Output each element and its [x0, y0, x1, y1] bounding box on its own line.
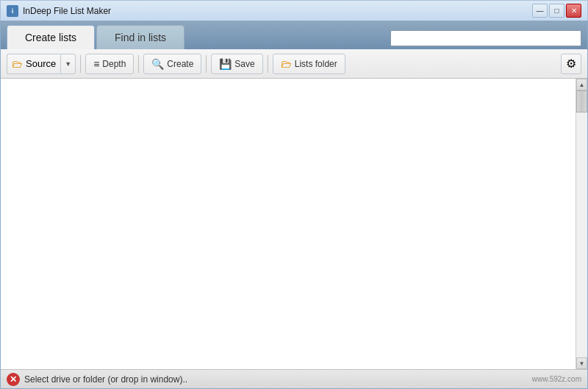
save-icon: 💾	[219, 58, 232, 70]
toolbar: 🗁 Source ▼ ≡ Depth 🔍 Create 💾 Save	[1, 49, 587, 79]
search-input[interactable]	[390, 30, 581, 46]
close-button[interactable]: ✕	[566, 4, 581, 18]
save-button[interactable]: 💾 Save	[211, 54, 262, 74]
create-button[interactable]: 🔍 Create	[143, 54, 201, 74]
app-title: InDeep File List Maker	[23, 6, 111, 16]
scroll-up-button[interactable]: ▲	[576, 79, 587, 90]
tab-search-area	[390, 30, 581, 46]
gear-icon: ⚙	[566, 57, 576, 71]
scrollbar-thumb[interactable]	[576, 90, 587, 113]
status-icon: ✕	[7, 373, 20, 386]
tab-bar: Create lists Find in lists	[1, 21, 587, 49]
content-main[interactable]	[1, 79, 576, 369]
source-dropdown-arrow[interactable]: ▼	[60, 54, 76, 74]
watermark: www.592z.com	[532, 375, 581, 383]
depth-button[interactable]: ≡ Depth	[85, 54, 134, 74]
scrollbar: ▲ ▼	[576, 79, 587, 369]
depth-icon: ≡	[93, 58, 99, 70]
separator-3	[206, 55, 207, 73]
title-bar-controls: — □ ✕	[532, 4, 581, 18]
lists-folder-icon: 🗁	[281, 57, 292, 70]
status-bar: ✕ Select drive or folder (or drop in win…	[1, 369, 587, 388]
source-button[interactable]: 🗁 Source	[7, 54, 60, 74]
separator-4	[268, 55, 268, 73]
lists-folder-button[interactable]: 🗁 Lists folder	[273, 54, 345, 74]
tab-find-in-lists[interactable]: Find in lists	[96, 25, 184, 49]
content-area: ▲ ▼	[1, 79, 587, 369]
status-text: Select drive or folder (or drop in windo…	[24, 374, 187, 385]
main-window: Create lists Find in lists 🗁 Source ▼ ≡ …	[0, 21, 588, 389]
app-icon: i	[7, 5, 18, 17]
separator-2	[138, 55, 139, 73]
scroll-down-button[interactable]: ▼	[576, 357, 587, 369]
source-folder-icon: 🗁	[12, 57, 23, 70]
scrollbar-thumb-area	[576, 90, 587, 357]
minimize-button[interactable]: —	[532, 4, 548, 18]
title-bar-left: i InDeep File List Maker	[7, 5, 111, 17]
separator-1	[80, 55, 81, 73]
create-icon: 🔍	[151, 58, 164, 70]
maximize-button[interactable]: □	[549, 4, 564, 18]
source-button-group: 🗁 Source ▼	[7, 54, 76, 74]
tab-create-lists[interactable]: Create lists	[7, 25, 95, 50]
title-bar: i InDeep File List Maker — □ ✕	[0, 0, 588, 21]
settings-button[interactable]: ⚙	[561, 54, 581, 74]
